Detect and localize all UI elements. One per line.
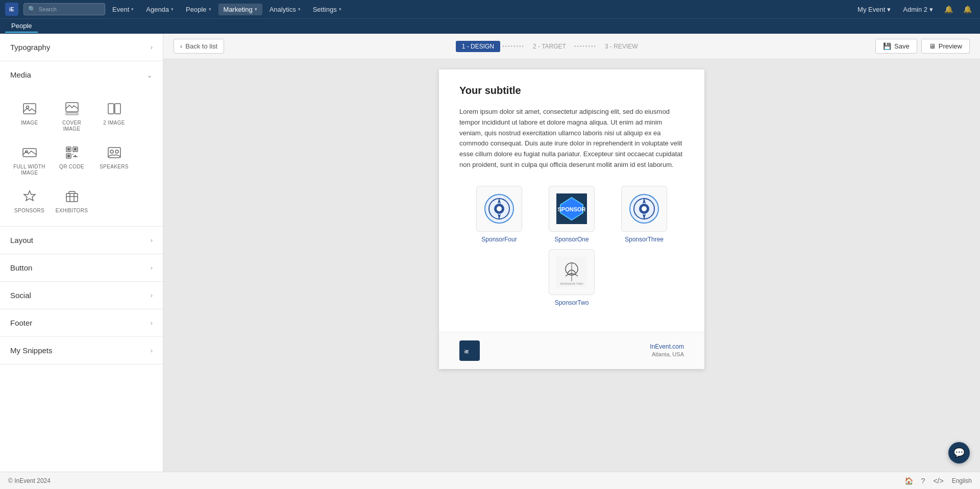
bell-icon[interactable]: 🔔 [960,3,975,15]
list-item[interactable]: SponsorFour [466,186,532,243]
nav-agenda[interactable]: Agenda ▾ [141,4,179,15]
my-snippets-header[interactable]: My Snippets › [0,337,163,364]
admin-dropdown[interactable]: Admin 2 ▾ [899,4,937,15]
notification-icon[interactable]: 🔔 [941,3,956,15]
typography-header[interactable]: Typography › [0,34,163,61]
save-button[interactable]: 💾 Save [875,39,917,54]
email-subtitle: Your subtitle [459,85,684,96]
sponsor-two-logo: SPONSOR TWO [549,249,595,295]
list-item[interactable]: SPONSOR TWO SponsorTwo [538,249,605,306]
status-bar: © InEvent 2024 🏠 ? </> English [0,472,980,489]
svg-text:SPONSOR: SPONSOR [557,206,585,212]
exhibitors-icon [64,188,80,205]
chevron-left-icon: ‹ [180,42,182,50]
search-input[interactable]: 🔍 Search [23,3,105,15]
chat-bubble[interactable]: 💬 [948,442,970,463]
svg-rect-7 [115,104,120,114]
home-icon[interactable]: 🏠 [904,477,913,485]
media-item-2-image[interactable]: 2 IMAGE [95,96,133,136]
chevron-right-icon: › [151,264,153,272]
email-footer: iE InEvent.com Atlanta, USA [439,332,704,369]
footer-header[interactable]: Footer › [0,309,163,336]
svg-rect-11 [67,148,70,151]
full-width-image-icon [21,144,38,161]
media-item-image[interactable]: IMAGE [10,96,48,136]
svg-rect-15 [67,155,70,157]
chevron-right-icon: › [151,236,153,244]
media-item-qr-code[interactable]: QR CODE [53,140,91,180]
chevron-down-icon: ▾ [171,7,174,12]
svg-rect-2 [23,104,36,114]
media-item-full-width-image[interactable]: FULL WIDTH IMAGE [10,140,48,180]
nav-event[interactable]: Event ▾ [107,4,139,15]
chevron-down-icon: ▾ [209,7,211,12]
sidebar-section-layout: Layout › [0,227,163,254]
editor-topbar: ‹ Back to list 1 - DESIGN •••••••• 2 - T… [163,34,980,59]
code-icon[interactable]: </> [933,477,943,485]
layout-header[interactable]: Layout › [0,227,163,254]
chevron-down-icon: ▾ [929,6,933,13]
chevron-down-icon: ⌄ [146,71,153,79]
sidebar-section-my-snippets: My Snippets › [0,337,163,364]
sidebar: Typography › Media ⌄ [0,34,163,489]
sidebar-section-footer: Footer › [0,309,163,337]
footer-website[interactable]: InEvent.com [650,343,684,350]
media-item-sponsors[interactable]: SPONSORS [10,184,48,218]
my-event-dropdown[interactable]: My Event ▾ [853,4,895,15]
top-navigation: iE 🔍 Search Event ▾ Agenda ▾ People ▾ Ma… [0,0,980,18]
language-selector[interactable]: English [952,477,972,484]
media-items: IMAGE COVER IMAGE [0,88,163,226]
svg-text:iE: iE [9,7,14,12]
svg-rect-20 [108,148,120,158]
chat-icon: 💬 [953,447,965,458]
chevron-down-icon: ▾ [339,7,341,12]
sponsor-four-name: SponsorFour [481,236,517,243]
svg-point-30 [497,206,502,211]
chevron-right-icon: › [151,347,153,354]
step-dots-2: •••••••• [574,43,597,49]
nav-analytics[interactable]: Analytics ▾ [264,4,306,15]
list-item[interactable]: SPONSOR SponsorOne [538,186,605,243]
svg-rect-6 [108,104,114,114]
svg-rect-5 [66,113,78,115]
chevron-right-icon: › [151,291,153,299]
step-design[interactable]: 1 - DESIGN [456,41,500,52]
button-header[interactable]: Button › [0,254,163,281]
step-target-label: 2 - TARGET [527,41,572,52]
people-tab[interactable]: People [5,20,38,33]
back-to-list-button[interactable]: ‹ Back to list [174,39,224,54]
copyright: © InEvent 2024 [8,477,51,484]
chevron-down-icon: ▾ [131,7,134,12]
app-body: Typography › Media ⌄ [0,34,980,489]
sponsor-one-name: SponsorOne [554,236,589,243]
sponsor-three-name: SponsorThree [625,236,664,243]
nav-settings[interactable]: Settings ▾ [308,4,347,15]
sponsors-section: SponsorFour SPONSOR Sponso [459,186,684,306]
media-item-speakers[interactable]: SPEAKERS [95,140,133,180]
status-bar-right: 🏠 ? </> English [904,477,972,485]
media-grid: IMAGE COVER IMAGE [10,96,153,218]
step-review[interactable]: 3 - REVIEW [599,41,644,52]
email-canvas: Your subtitle Lorem ipsum dolor sit amet… [439,69,704,369]
email-body-text: Lorem ipsum dolor sit amet, consectetur … [459,107,684,170]
media-header[interactable]: Media ⌄ [0,61,163,88]
nav-people[interactable]: People ▾ [181,4,216,15]
footer-address: Atlanta, USA [652,351,684,357]
svg-text:iE: iE [464,349,469,354]
media-item-exhibitors[interactable]: EXHIBITORS [53,184,91,218]
list-item[interactable]: SponsorThree [611,186,677,243]
speakers-icon [106,144,122,161]
sponsors-second-row: SPONSOR TWO SponsorTwo [459,249,684,306]
footer-logo: iE [459,340,480,361]
step-target[interactable]: 2 - TARGET [527,41,572,52]
sponsors-icon [21,188,38,205]
media-item-cover-image[interactable]: COVER IMAGE [53,96,91,136]
nav-marketing[interactable]: Marketing ▾ [218,4,262,15]
svg-rect-23 [66,193,78,202]
chevron-right-icon: › [151,319,153,327]
app-logo: iE [5,3,18,16]
help-icon[interactable]: ? [921,477,925,485]
social-header[interactable]: Social › [0,282,163,309]
preview-button[interactable]: 🖥 Preview [921,39,970,54]
step-design-label: 1 - DESIGN [456,41,500,52]
